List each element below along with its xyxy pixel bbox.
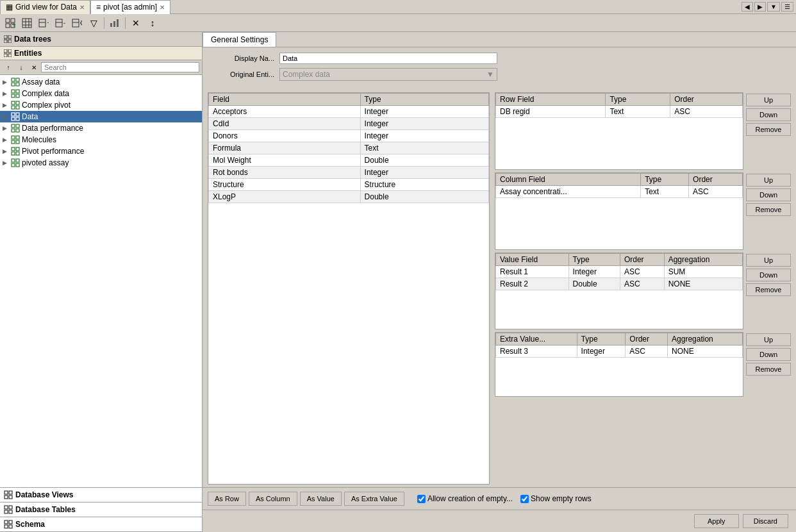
display-name-input[interactable]: [279, 53, 497, 64]
svg-rect-25: [8, 40, 12, 43]
tab-pivot-close[interactable]: ✕: [160, 4, 165, 11]
row-remove-button[interactable]: Remove: [746, 123, 791, 136]
svg-rect-69: [9, 510, 12, 513]
sort-asc-button[interactable]: ↑: [3, 62, 14, 73]
form-area: Display Na... Original Enti... Complex d…: [203, 47, 796, 90]
row-field-panel: Row Field Type Order DB regid Text: [495, 92, 791, 170]
table-row[interactable]: StructureStructure: [209, 179, 489, 191]
row-up-button[interactable]: Up: [746, 94, 791, 106]
col-up-button[interactable]: Up: [746, 174, 791, 187]
svg-rect-63: [9, 491, 12, 494]
type-value: Integer: [360, 106, 488, 118]
row-down-button[interactable]: Down: [746, 108, 791, 121]
table-row[interactable]: Result 1 Integer ASC SUM: [496, 266, 743, 278]
chart-button[interactable]: [107, 16, 122, 30]
svg-rect-58: [12, 159, 15, 162]
general-settings-tab[interactable]: General Settings: [203, 32, 276, 47]
database-tables-item[interactable]: Database Tables: [0, 503, 202, 517]
new-entity-button[interactable]: +: [3, 16, 18, 30]
extra-down-button[interactable]: Down: [746, 348, 791, 361]
title-nav: ◀ ▶ ▼ ☰: [742, 2, 796, 12]
tree-item-pivot-performance[interactable]: ▶ Pivot performance: [0, 145, 202, 157]
row-field-buttons: Up Down Remove: [746, 92, 791, 170]
val-remove-button[interactable]: Remove: [746, 283, 791, 296]
table-row[interactable]: Result 3 Integer ASC NONE: [496, 345, 743, 358]
schema-item[interactable]: Schema: [0, 517, 202, 532]
entities-header: Entities: [0, 47, 202, 60]
type-value: Text: [360, 142, 488, 154]
tab-pivot[interactable]: ≡ pivot [as admin] ✕: [90, 0, 170, 14]
col-remove-button[interactable]: −: [53, 16, 68, 30]
as-column-button[interactable]: As Column: [249, 492, 297, 506]
table-row[interactable]: CdIdInteger: [209, 118, 489, 130]
value-field-table: Value Field Type Order Aggregation Resul…: [495, 253, 743, 290]
col-add-button[interactable]: +: [36, 16, 51, 30]
table-row[interactable]: DonorsInteger: [209, 130, 489, 142]
column-field-table-wrap: Column Field Type Order Assay concentrat…: [495, 172, 743, 250]
show-empty-rows-checkbox[interactable]: [520, 495, 529, 503]
col-remove-button[interactable]: Remove: [746, 203, 791, 216]
val-type-value: Double: [568, 278, 620, 290]
table-row[interactable]: Mol WeightDouble: [209, 154, 489, 167]
close-button[interactable]: ✕: [128, 16, 144, 30]
table-row[interactable]: DB regid Text ASC: [496, 106, 743, 118]
toolbar: + + − ⚙ ▽: [0, 14, 796, 32]
tab-grid-view[interactable]: ▦ Grid view for Data ✕: [0, 0, 90, 14]
search-input[interactable]: [41, 62, 199, 72]
allow-creation-checkbox[interactable]: [417, 495, 426, 503]
filter-button[interactable]: ▽: [86, 16, 101, 30]
tree-item-data-performance[interactable]: ▶ Data performance: [0, 122, 202, 134]
tree-item-molecules[interactable]: ▶ Molecules: [0, 134, 202, 145]
nav-back[interactable]: ◀: [742, 2, 753, 12]
sort-desc-button[interactable]: ↓: [15, 62, 27, 73]
left-bottom: Database Views Database Tables S: [0, 487, 202, 532]
sort-button[interactable]: ↕: [145, 16, 160, 30]
tree-item-pivoted-assay[interactable]: ▶ pivoted assay: [0, 157, 202, 169]
extra-up-button[interactable]: Up: [746, 333, 791, 346]
val-up-button[interactable]: Up: [746, 254, 791, 267]
row-field-table-wrap: Row Field Type Order DB regid Text: [495, 92, 743, 170]
tree-item-data[interactable]: ▶ Data: [0, 111, 202, 122]
database-views-icon: [4, 490, 13, 499]
as-value-button[interactable]: As Value: [300, 492, 342, 506]
table-row[interactable]: Rot bondsInteger: [209, 167, 489, 179]
apply-button[interactable]: Apply: [694, 514, 739, 528]
svg-rect-64: [4, 495, 8, 499]
table-row[interactable]: Result 2 Double ASC NONE: [496, 278, 743, 290]
table-row[interactable]: Assay concentrati... Text ASC: [496, 186, 743, 198]
database-views-item[interactable]: Database Views: [0, 488, 202, 503]
field-value: Rot bonds: [209, 167, 361, 179]
clear-search-button[interactable]: ✕: [28, 62, 40, 73]
as-extra-value-button[interactable]: As Extra Value: [344, 492, 404, 506]
left-panel: Data trees Entities ↑ ↓ ✕ ▶: [0, 32, 203, 532]
col-order-value: ASC: [689, 186, 743, 198]
tree-item-assay-data[interactable]: ▶ Assay data: [0, 76, 202, 88]
tree-item-label: Molecules: [22, 135, 56, 144]
tree-item-complex-data[interactable]: ▶ Complex data: [0, 88, 202, 99]
val-down-button[interactable]: Down: [746, 269, 791, 281]
val-field-col: Value Field: [496, 254, 569, 266]
col-down-button[interactable]: Down: [746, 188, 791, 201]
tab-grid-view-close[interactable]: ✕: [79, 4, 85, 11]
database-tables-label: Database Tables: [15, 505, 76, 514]
svg-rect-33: [16, 83, 19, 86]
nav-menu[interactable]: ☰: [781, 2, 793, 12]
as-row-button[interactable]: As Row: [208, 492, 246, 506]
col-type-value: Text: [641, 186, 689, 198]
table-row[interactable]: FormulaText: [209, 142, 489, 154]
field-value: Formula: [209, 142, 361, 154]
extra-remove-button[interactable]: Remove: [746, 363, 791, 376]
nav-dropdown[interactable]: ▼: [767, 2, 780, 12]
table-row[interactable]: XLogPDouble: [209, 191, 489, 203]
nav-forward[interactable]: ▶: [754, 2, 766, 12]
original-entity-select[interactable]: Complex data ▼: [279, 68, 497, 81]
field-value: Acceptors: [209, 106, 361, 118]
svg-rect-66: [4, 506, 8, 509]
col-config-button[interactable]: ⚙: [69, 16, 85, 30]
grid-button[interactable]: [19, 16, 35, 30]
svg-rect-50: [12, 136, 15, 139]
table-row[interactable]: AcceptorsInteger: [209, 106, 489, 118]
discard-button[interactable]: Discard: [743, 514, 788, 528]
tree-item-complex-pivot[interactable]: ▶ Complex pivot: [0, 99, 202, 111]
field-value: Donors: [209, 130, 361, 142]
